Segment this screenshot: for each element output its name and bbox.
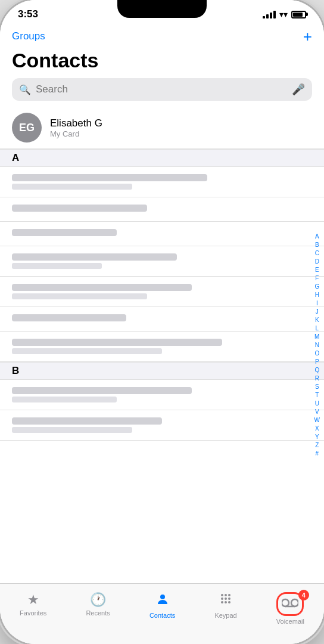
notch <box>117 0 207 18</box>
alpha-s[interactable]: S <box>313 383 322 391</box>
tab-bar: ★ Favorites 🕐 Recents Contacts <box>0 583 324 644</box>
search-bar[interactable]: 🔍 🎤 <box>12 78 312 101</box>
contacts-icon <box>155 592 170 610</box>
mic-icon[interactable]: 🎤 <box>292 83 305 96</box>
alpha-p[interactable]: P <box>313 358 322 366</box>
svg-point-0 <box>160 595 165 599</box>
svg-point-5 <box>225 597 227 600</box>
wifi-icon: ▾▾ <box>279 10 288 19</box>
screen: 3:53 ▾▾ Groups + Contacts 🔍 <box>0 0 324 644</box>
page-title: Contacts <box>0 47 324 78</box>
alpha-u[interactable]: U <box>313 400 322 407</box>
alpha-g[interactable]: G <box>313 283 322 290</box>
contact-row[interactable] <box>0 167 324 197</box>
alpha-v[interactable]: V <box>313 408 322 416</box>
search-icon: 🔍 <box>19 84 31 95</box>
my-card-row[interactable]: EG Elisabeth G My Card <box>0 107 324 149</box>
svg-point-11 <box>291 599 298 606</box>
contact-row[interactable] <box>0 222 324 246</box>
contact-row[interactable] <box>0 197 324 222</box>
content-area: Groups + Contacts 🔍 🎤 EG Elisabeth G My … <box>0 24 324 583</box>
contact-row[interactable] <box>0 277 324 307</box>
svg-point-8 <box>225 601 227 603</box>
contact-row[interactable] <box>0 410 324 441</box>
my-card-name: Elisabeth G <box>50 117 102 129</box>
groups-button[interactable]: Groups <box>12 30 45 42</box>
keypad-icon <box>219 592 233 610</box>
section-header-b: B <box>0 362 324 380</box>
tab-recents-label: Recents <box>86 609 110 617</box>
alpha-a[interactable]: A <box>313 233 322 240</box>
svg-point-2 <box>225 594 227 596</box>
contacts-list: EG Elisabeth G My Card A <box>0 107 324 583</box>
section-header-a: A <box>0 149 324 167</box>
nav-bar: Groups + <box>0 24 324 47</box>
alpha-r[interactable]: R <box>313 374 322 382</box>
alpha-q[interactable]: Q <box>313 366 322 374</box>
alpha-t[interactable]: T <box>313 391 322 399</box>
alpha-y[interactable]: Y <box>313 433 322 441</box>
my-card-label: My Card <box>50 129 102 138</box>
tab-favorites[interactable]: ★ Favorites <box>14 590 52 619</box>
alpha-n[interactable]: N <box>313 341 322 349</box>
svg-point-6 <box>228 597 230 600</box>
alpha-x[interactable]: X <box>313 425 322 432</box>
phone-frame: 3:53 ▾▾ Groups + Contacts 🔍 <box>0 0 324 644</box>
svg-point-9 <box>228 601 230 603</box>
favorites-icon: ★ <box>27 592 39 608</box>
battery-icon <box>291 11 306 18</box>
avatar: EG <box>12 113 42 143</box>
tab-contacts-label: Contacts <box>149 612 175 619</box>
tab-contacts[interactable]: Contacts <box>144 590 181 621</box>
alpha-z[interactable]: Z <box>313 441 322 449</box>
alpha-i[interactable]: I <box>313 299 322 307</box>
alpha-f[interactable]: F <box>313 274 322 282</box>
alpha-j[interactable]: J <box>313 308 322 315</box>
recents-icon: 🕐 <box>90 592 106 608</box>
alpha-d[interactable]: D <box>313 258 322 265</box>
alpha-c[interactable]: C <box>313 249 322 257</box>
tab-keypad[interactable]: Keypad <box>208 590 242 621</box>
signal-icon <box>263 11 276 18</box>
add-button[interactable]: + <box>303 29 312 44</box>
alpha-l[interactable]: L <box>313 324 322 332</box>
alpha-k[interactable]: K <box>313 316 322 324</box>
svg-point-10 <box>282 599 289 606</box>
svg-point-4 <box>221 597 223 600</box>
svg-point-1 <box>221 594 223 596</box>
contact-row[interactable] <box>0 332 324 362</box>
alpha-h[interactable]: H <box>313 291 322 299</box>
tab-voicemail[interactable]: 4 Voicemail <box>270 590 310 627</box>
contact-row[interactable] <box>0 246 324 277</box>
alpha-hash[interactable]: # <box>313 450 322 457</box>
voicemail-badge: 4 <box>298 590 309 600</box>
svg-point-7 <box>221 601 223 603</box>
alpha-w[interactable]: W <box>313 416 322 424</box>
contact-row[interactable] <box>0 380 324 410</box>
tab-favorites-label: Favorites <box>20 609 46 617</box>
search-input[interactable] <box>36 83 287 95</box>
svg-point-3 <box>228 594 230 596</box>
status-icons: ▾▾ <box>263 10 306 19</box>
contact-row[interactable] <box>0 307 324 332</box>
alpha-b[interactable]: B <box>313 241 322 249</box>
alpha-o[interactable]: O <box>313 349 322 357</box>
tab-recents[interactable]: 🕐 Recents <box>80 590 116 619</box>
status-time: 3:53 <box>18 8 38 20</box>
my-card-info: Elisabeth G My Card <box>50 117 102 138</box>
tab-keypad-label: Keypad <box>214 612 236 619</box>
voicemail-icon <box>282 596 298 611</box>
tab-voicemail-label: Voicemail <box>276 618 304 625</box>
alpha-m[interactable]: M <box>313 333 322 340</box>
alpha-e[interactable]: E <box>313 266 322 274</box>
alphabet-index[interactable]: A B C D E F G H I J K L M N O P Q <box>313 107 322 583</box>
